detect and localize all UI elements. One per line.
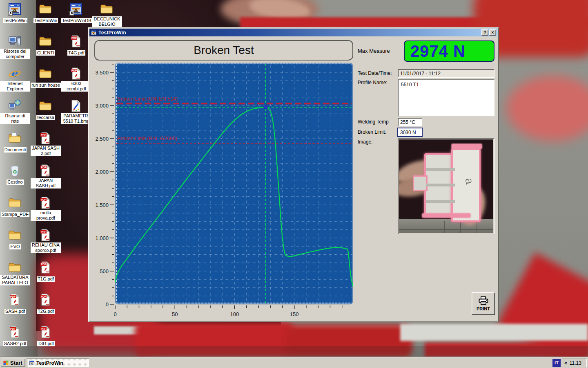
max-measure-value: 2974 N	[404, 40, 494, 62]
desktop-icon-label: Risorse di rete	[0, 113, 30, 124]
y-tick-label: 2.500	[95, 136, 109, 142]
desktop-icon-label: JAPAN SASH 2.pdf	[31, 146, 61, 156]
welding-temp-label: Welding Temp	[358, 119, 389, 125]
desktop-icon-deceunick-belgio[interactable]: DECEUNICK BELGIO	[92, 2, 122, 27]
svg-text:PDF: PDF	[10, 328, 16, 330]
desktop-icon-label: SASH2.pdf	[3, 341, 27, 346]
desktop-icon-label: TestProWin	[3, 18, 27, 23]
desktop-icon-label: T1G.pdf	[37, 276, 55, 282]
svg-text:PDF: PDF	[41, 263, 46, 266]
image-label: Image:	[358, 139, 373, 145]
desktop-icon-label: Stampa_PDF	[1, 212, 29, 217]
test-datetime-field[interactable]: 11/01/2017 - 11:12	[398, 69, 494, 78]
desktop-icon-stampa-pdf[interactable]: Stampa_PDF	[0, 196, 30, 218]
window-title: TestProWin	[98, 30, 481, 36]
desktop-icon-label: PARAMETRI 5510 T1.bmp	[61, 113, 91, 124]
welding-temp-field[interactable]: 255 °C	[398, 118, 422, 126]
desktop-icon-evo[interactable]: EVO	[0, 229, 30, 250]
desktop-icon-parametri-5510-t1-bmp[interactable]: PARAMETRI 5510 T1.bmp	[61, 99, 91, 124]
desktop-icon-label: run sun house	[31, 83, 61, 88]
desktop-icon-rehau-cina-sporco-pdf[interactable]: PDFREHAU CINA sporco.pdf	[31, 229, 61, 254]
desktop-icon-sash-pdf[interactable]: PDFSASH.pdf	[0, 293, 30, 314]
profile-name-field[interactable]: 5510 T1	[398, 79, 494, 116]
desktop-icon-internet-explorer[interactable]: eInternet Explorer	[0, 67, 30, 92]
desktop-icon-risorse-di-rete[interactable]: Risorse di rete	[0, 99, 30, 124]
x-tick-label: 50	[172, 311, 178, 317]
desktop-icon-label: SASH.pdf	[4, 309, 26, 314]
windows-logo-icon	[3, 360, 9, 366]
desktop-icon-label: REHAU CINA sporco.pdf	[31, 242, 61, 253]
desktop-icon-label: T2G.pdf	[37, 309, 55, 314]
lower-limit-label: Broken Limit (RAL GZ695)	[117, 136, 177, 141]
help-button[interactable]: ?	[481, 29, 488, 36]
desktop-icon-saldatura-parallelo[interactable]: SALDATURA PARALLELO	[0, 261, 30, 286]
y-tick-label: 3.000	[95, 103, 109, 109]
desktop-icon-t4g-pdf[interactable]: PDFT4G.pdf	[61, 35, 91, 56]
x-tick-label: 0	[114, 311, 116, 317]
x-tick-label: 100	[230, 311, 239, 317]
svg-text:♻: ♻	[12, 169, 17, 175]
folder-icon	[39, 35, 53, 48]
pdf-icon: PDF	[39, 164, 53, 177]
broken-limit-label: Broken Limit:	[358, 129, 386, 135]
tray-chevron-button[interactable]: «	[564, 360, 567, 366]
taskbar-clock[interactable]: 11.13	[570, 360, 581, 366]
desktop-icon-label: TestProWin	[33, 18, 58, 23]
language-indicator[interactable]: IT	[552, 359, 561, 367]
desktop-icon-label: T4G.pdf	[67, 50, 85, 56]
desktop-icon-japan-sash-pdf[interactable]: PDFJAPAN SASH.pdf	[31, 164, 61, 189]
desktop-icon-label: TestProWinDB	[61, 18, 92, 23]
app-icon	[69, 2, 83, 16]
desktop-icon-sash2-pdf[interactable]: PDFSASH2.pdf	[0, 325, 30, 347]
testprowin-window: TestProWin ? × Broken Test 05001.0001.50…	[88, 27, 499, 322]
desktop-icon-label: SALDATURA PARALLELO	[0, 275, 30, 285]
svg-text:PDF: PDF	[71, 69, 77, 72]
desktop-icon-teccarsa[interactable]: teccarsa	[31, 99, 61, 121]
folder-icon	[39, 67, 53, 80]
desktop-icon-risorse-del-computer[interactable]: Risorse del computer	[0, 35, 30, 60]
desktop-icon-t3g-pdf[interactable]: PDFT3G.pdf	[31, 325, 61, 347]
desktop-icon-t1g-pdf[interactable]: PDFT1G.pdf	[31, 261, 61, 282]
shortcut-arrow-icon	[69, 11, 74, 16]
app-icon	[91, 30, 97, 36]
force-chart: 05001.0001.5002.0002.5003.0003.500050100…	[94, 62, 363, 319]
desktop-icon-clienti[interactable]: CLIENTI	[31, 35, 61, 56]
desktop-icon-testprowin[interactable]: TestProWin	[0, 2, 30, 24]
desktop-icon-run-sun-house[interactable]: run sun house	[31, 67, 61, 88]
folder-icon	[8, 261, 22, 274]
network-icon	[8, 99, 22, 112]
desktop-icon-documenti[interactable]: Documenti	[0, 132, 30, 153]
desktop-icon-label: EVO	[9, 244, 20, 249]
pdf-icon: PDF	[8, 293, 22, 306]
svg-text:PDF: PDF	[41, 134, 46, 137]
desktop-icon-cestino[interactable]: ♻Cestino	[0, 164, 30, 185]
pdf-icon: PDF	[39, 293, 53, 306]
pdf-icon: PDF	[39, 325, 53, 339]
profile-image-frame: a	[398, 138, 494, 234]
peak-marker	[264, 105, 267, 109]
start-button[interactable]: Start	[1, 359, 25, 367]
window-titlebar[interactable]: TestProWin ? ×	[89, 29, 497, 36]
y-tick-label: 1.500	[95, 202, 109, 208]
x-tick-label: 150	[290, 311, 299, 317]
print-button[interactable]: PRINT	[472, 292, 495, 315]
desktop-icon-label: JAPAN SASH.pdf	[31, 178, 61, 188]
desktop-icon-label: DECEUNICK BELGIO	[92, 16, 122, 27]
upper-limit-label: Broken Limit (UNI EN 514)	[117, 96, 178, 102]
svg-text:PDF: PDF	[41, 231, 46, 233]
desktop-icon-japan-sash-2-pdf[interactable]: PDFJAPAN SASH 2.pdf	[31, 132, 61, 157]
documents-folder-icon	[8, 132, 22, 145]
y-tick-label: 3.500	[95, 70, 109, 76]
pdf-icon: PDF	[39, 196, 53, 209]
desktop-icon-t2g-pdf[interactable]: PDFT2G.pdf	[31, 293, 61, 314]
desktop-icon-molla-prova-pdf[interactable]: PDFmolla prova.pdf	[31, 196, 61, 221]
close-button[interactable]: ×	[489, 29, 496, 36]
desktop-icon-testprowin[interactable]: TestProWin	[31, 2, 61, 24]
taskbar-task-testprowin[interactable]: TestProWin	[27, 359, 89, 367]
desktop-icon-label: T3G.pdf	[37, 341, 55, 346]
svg-text:PDF: PDF	[41, 198, 46, 201]
desktop-icon-6303-combi-pdf[interactable]: PDF6303 combi.pdf	[61, 67, 91, 92]
broken-limit-field[interactable]: 3030 N	[397, 128, 423, 137]
desktop-icon-testprowindb[interactable]: TestProWinDB	[61, 2, 91, 24]
folder-icon	[8, 229, 22, 242]
